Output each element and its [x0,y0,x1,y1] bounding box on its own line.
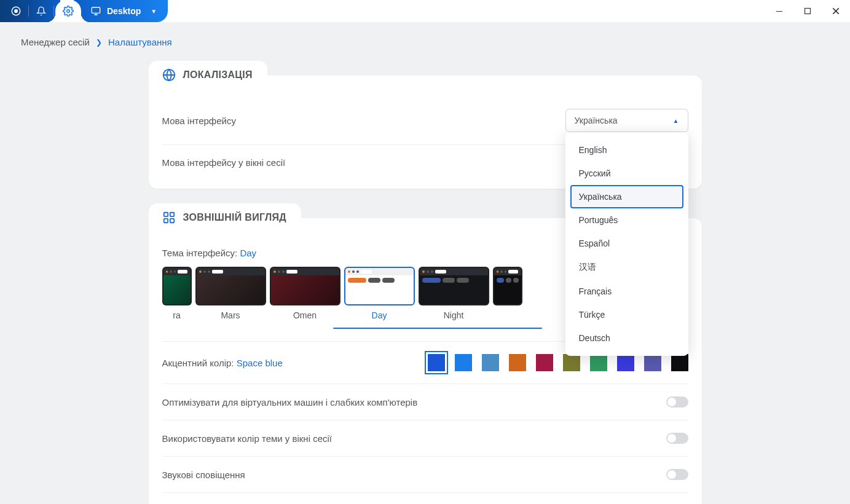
theme-option[interactable]: ra [162,267,192,320]
color-swatch[interactable] [563,354,580,371]
tab-desktop-label: Desktop [107,6,141,16]
color-swatch[interactable] [671,354,688,371]
theme-name: Night [444,310,464,320]
app-logo-icon[interactable] [5,0,27,22]
svg-rect-10 [170,219,173,222]
color-swatch[interactable] [482,354,499,371]
theme-name: ra [173,310,180,320]
monitor-icon [91,6,101,16]
theme-option[interactable]: Mars [195,267,266,320]
svg-point-2 [67,10,70,13]
color-swatch[interactable] [455,354,472,371]
color-swatch[interactable] [617,354,634,371]
color-swatch[interactable] [644,354,661,371]
palette-icon [162,211,176,224]
optimize-vm-label: Оптимізувати для віртуальних машин і сла… [162,397,418,408]
color-swatch[interactable] [509,354,526,371]
optimize-vm-toggle[interactable] [666,396,688,408]
gear-icon [63,6,74,17]
language-option[interactable]: Português [570,208,683,232]
theme-name: Omen [293,310,317,320]
globe-icon [162,68,176,82]
minimize-button[interactable] [765,0,793,22]
svg-rect-7 [163,213,167,216]
interface-language-row: Мова інтерфейсу Українська ▲ EnglishРусс… [162,96,688,145]
color-swatch[interactable] [590,354,607,371]
hints-row: Підказки [162,493,688,504]
svg-rect-4 [776,11,782,12]
breadcrumb-settings: Налаштування [108,37,172,47]
language-dropdown: EnglishРусскийУкраїнськаPortuguêsEspañol… [565,132,688,356]
language-option[interactable]: Українська [570,185,683,208]
session-color-toggle[interactable] [666,433,688,444]
session-color-row: Використовувати колір теми у вікні сесії [162,420,688,457]
localization-card: ЛОКАЛІЗАЦІЯ Мова інтерфейсу Українська ▲… [149,76,702,189]
optimize-vm-row: Оптимізувати для віртуальних машин і сла… [162,384,688,420]
card-title: ЗОВНІШНІЙ ВИГЛЯД [183,212,287,223]
theme-option[interactable]: Day [344,267,415,320]
main-content: Менеджер сесій ❯ Налаштування ЛОКАЛІЗАЦІ… [0,22,850,504]
caret-up-icon: ▲ [673,117,679,124]
select-value: Українська [575,116,618,125]
accent-color-label: Акцентний колір: Space blue [162,358,283,368]
breadcrumb: Менеджер сесій ❯ Налаштування [0,37,850,61]
card-tab-appearance: ЗОВНІШНІЙ ВИГЛЯД [149,203,302,229]
tab-settings[interactable] [55,0,81,22]
svg-point-1 [15,10,18,13]
breadcrumb-session-manager[interactable]: Менеджер сесій [21,37,90,47]
language-option[interactable]: Español [570,232,683,255]
session-language-label: Мова інтерфейсу у вікні сесії [162,157,286,168]
titlebar: Desktop ▼ [0,0,850,22]
maximize-button[interactable] [793,0,822,22]
language-option[interactable]: Русский [570,162,683,185]
theme-name: Mars [221,310,240,320]
language-option[interactable]: 汉语 [570,255,683,280]
svg-rect-8 [170,213,173,216]
svg-rect-9 [163,219,167,222]
language-option[interactable]: Türkçe [570,303,683,326]
chevron-right-icon: ❯ [96,38,102,47]
card-title: ЛОКАЛІЗАЦІЯ [183,69,253,81]
window-controls [765,0,850,22]
sound-alerts-label: Звукові сповіщення [162,470,245,480]
chevron-down-icon: ▼ [151,8,157,15]
color-swatches [428,354,688,371]
card-tab-localization: ЛОКАЛІЗАЦІЯ [149,61,267,87]
language-option[interactable]: Français [570,280,683,303]
close-button[interactable] [822,0,850,22]
session-color-label: Використовувати колір теми у вікні сесії [162,433,333,444]
language-option[interactable]: Deutsch [570,326,683,350]
theme-name: Day [372,310,387,320]
interface-language-label: Мова інтерфейсу [162,116,236,126]
sound-alerts-toggle[interactable] [666,469,688,480]
sound-alerts-row: Звукові сповіщення [162,457,688,493]
theme-option[interactable]: Omen [270,267,340,320]
color-swatch[interactable] [428,354,445,371]
theme-option[interactable]: Night [419,267,489,320]
color-swatch[interactable] [536,354,553,371]
interface-language-select[interactable]: Українська ▲ [565,109,688,132]
svg-rect-3 [92,7,100,13]
language-option[interactable]: English [570,138,683,162]
svg-rect-5 [805,9,811,14]
theme-option[interactable] [493,267,522,320]
